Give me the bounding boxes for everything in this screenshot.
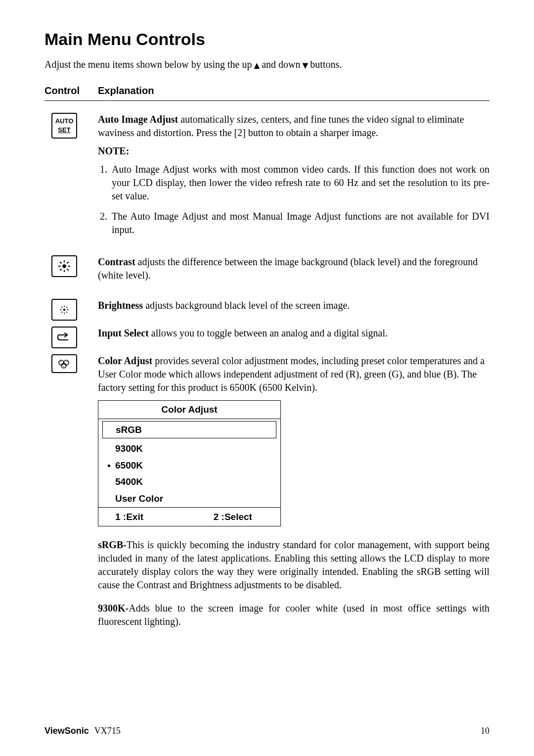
triangle-down-icon: ▼ (301, 60, 311, 71)
auto-icon-line1: AUTO (55, 117, 74, 126)
svg-line-7 (60, 269, 61, 270)
intro-mid: and down (262, 59, 300, 70)
entry-auto: AUTO SET Auto Image Adjust automatically… (44, 113, 490, 243)
ca-footer-exit: 1 :Exit (98, 511, 214, 523)
footer-brand: ViewSonic (44, 726, 89, 736)
footer-page: 10 (481, 726, 490, 736)
contrast-desc: Contrast adjusts the difference between … (98, 255, 490, 282)
svg-line-8 (67, 262, 68, 263)
k9300-bold: 9300K- (98, 603, 129, 614)
contrast-rest: adjusts the difference between the image… (98, 256, 478, 281)
svg-line-14 (61, 307, 62, 308)
ca-title: Color Adjust (98, 400, 281, 419)
svg-line-5 (60, 262, 61, 263)
k9300-desc: 9300K-Adds blue to the screen image for … (98, 602, 490, 628)
input-select-icon (51, 327, 77, 348)
color-rest: provides several color adjustment modes,… (98, 355, 485, 393)
ca-body: sRGB 9300K 6500K 5400K User Color (98, 419, 281, 507)
header-explanation: Explanation (98, 85, 490, 96)
triangle-up-icon: ▲ (252, 60, 262, 71)
entry-brightness: Brightness adjusts background black leve… (44, 299, 490, 321)
svg-line-16 (61, 312, 62, 313)
svg-point-24 (63, 366, 64, 367)
note-label: NOTE: (98, 144, 490, 158)
svg-point-0 (62, 264, 66, 268)
rgb-circles-icon (55, 358, 73, 369)
srgb-bold: sRGB- (98, 539, 127, 550)
sun-small-icon (59, 304, 70, 315)
input-desc: Input Select allows you to toggle betwee… (98, 327, 490, 340)
entry-color: Color Adjust provides several color adju… (44, 354, 490, 633)
color-adjust-icon (51, 354, 77, 373)
brightness-bold: Brightness (98, 300, 143, 311)
auto-note-1: Auto Image Adjust works with most common… (110, 163, 490, 203)
auto-icon-line2: SET (58, 126, 70, 135)
auto-desc: Auto Image Adjust automatically sizes, c… (98, 113, 490, 140)
srgb-desc: sRGB-This is quickly becoming the indust… (98, 538, 490, 592)
arrow-swap-icon (57, 331, 72, 343)
input-bold: Input Select (98, 328, 149, 338)
divider (44, 100, 490, 101)
auto-notes: Auto Image Adjust works with most common… (98, 163, 490, 236)
svg-line-17 (66, 307, 67, 308)
auto-note-2: The Auto Image Adjust and most Manual Im… (110, 210, 490, 236)
contrast-icon (51, 255, 77, 277)
color-desc: Color Adjust provides several color adju… (98, 354, 490, 394)
input-rest: allows you to toggle between an analog a… (149, 328, 388, 338)
srgb-rest: This is quickly becoming the industry st… (98, 539, 490, 590)
ca-footer-select: 2 :Select (214, 511, 280, 523)
svg-point-23 (66, 361, 67, 362)
svg-line-15 (66, 312, 67, 313)
brightness-rest: adjusts background black level of the sc… (143, 300, 350, 311)
svg-line-6 (67, 269, 68, 270)
page-footer: ViewSonic VX715 10 (44, 726, 490, 736)
auto-note1-text: Auto Image Adjust works with most common… (112, 164, 490, 201)
ca-row-9300k: 9300K (98, 440, 280, 457)
entry-contrast: Contrast adjusts the difference between … (44, 255, 490, 287)
intro-text: Adjust the menu items shown below by usi… (44, 59, 490, 71)
auto-lead-bold: Auto Image Adjust (98, 114, 178, 125)
ca-row-usercolor: User Color (98, 490, 280, 507)
footer-left: ViewSonic VX715 (44, 726, 121, 736)
header-control: Control (44, 85, 98, 96)
ca-row-srgb: sRGB (102, 421, 276, 439)
k9300-rest: Adds blue to the screen image for cooler… (98, 603, 490, 627)
entry-input: Input Select allows you to toggle betwee… (44, 327, 490, 348)
intro-pre: Adjust the menu items shown below by usi… (44, 59, 252, 70)
sun-large-icon (58, 260, 71, 273)
footer-model: VX715 (94, 726, 121, 736)
color-bold: Color Adjust (98, 355, 152, 366)
page-title: Main Menu Controls (44, 30, 490, 49)
auto-note2-text: The Auto Image Adjust and most Manual Im… (112, 211, 490, 235)
svg-point-9 (63, 309, 66, 311)
contrast-bold: Contrast (98, 256, 135, 267)
brightness-icon (51, 299, 77, 321)
svg-point-22 (60, 361, 61, 362)
color-adjust-menu: Color Adjust sRGB 9300K 6500K 5400K User… (98, 400, 281, 526)
ca-footer: 1 :Exit 2 :Select (98, 507, 281, 527)
ca-row-5400k: 5400K (98, 473, 280, 490)
intro-post: buttons. (310, 59, 342, 70)
column-headers: Control Explanation (44, 85, 490, 96)
ca-row-6500k: 6500K (98, 457, 280, 474)
auto-set-icon: AUTO SET (51, 113, 77, 139)
brightness-desc: Brightness adjusts background black leve… (98, 299, 490, 312)
